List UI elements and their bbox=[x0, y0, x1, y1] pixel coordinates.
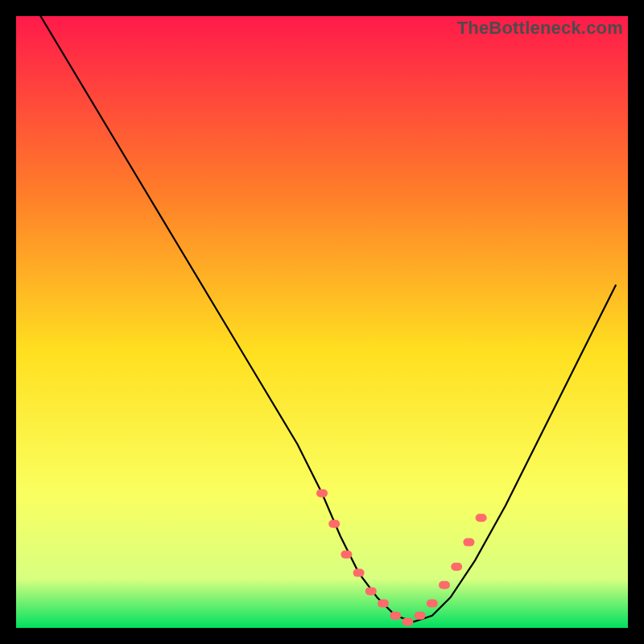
highlight-dot bbox=[439, 581, 450, 589]
chart-svg bbox=[16, 16, 628, 628]
highlight-dot bbox=[378, 600, 389, 608]
highlight-dot bbox=[463, 539, 474, 547]
highlight-dot bbox=[365, 587, 377, 595]
highlight-dot bbox=[402, 617, 413, 625]
chart-frame: TheBottleneck.com bbox=[16, 16, 628, 628]
highlight-dot bbox=[427, 600, 438, 608]
highlight-dot bbox=[316, 489, 328, 497]
highlight-dot bbox=[415, 612, 426, 620]
highlight-dot bbox=[390, 612, 401, 620]
highlight-dot bbox=[341, 551, 352, 559]
highlight-dot bbox=[328, 520, 340, 528]
highlight-dot bbox=[476, 514, 487, 522]
highlight-dot bbox=[353, 569, 365, 577]
highlight-dot bbox=[451, 563, 462, 571]
gradient-bg bbox=[16, 16, 628, 628]
